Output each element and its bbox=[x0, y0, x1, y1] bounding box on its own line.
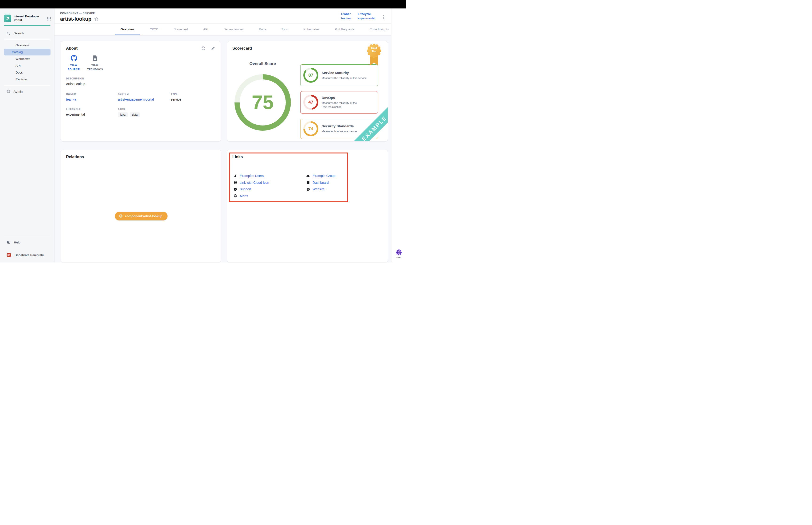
nav-separator bbox=[4, 85, 50, 86]
globe-icon bbox=[306, 188, 310, 191]
tags-about-field: TAGS java data bbox=[118, 108, 171, 117]
links-card: Links Examples Users bbox=[227, 150, 388, 262]
view-source-label-line1: VIEW bbox=[66, 63, 81, 67]
help-chat-icon: ? bbox=[6, 240, 11, 244]
svg-text:?: ? bbox=[234, 188, 236, 190]
kebab-menu-icon[interactable] bbox=[382, 14, 385, 21]
tab-code-insights[interactable]: Code Insights bbox=[364, 24, 395, 35]
system-field-value[interactable]: artist-engagement-portal bbox=[118, 97, 171, 101]
link-link-with-cloud-icon[interactable]: Link with Cloud Icon bbox=[233, 179, 269, 186]
owner-label: Owner bbox=[341, 12, 351, 16]
sidebar-item-help[interactable]: ? Help bbox=[4, 240, 50, 245]
tab-kubernetes[interactable]: Kubernetes bbox=[298, 24, 325, 35]
sidebar-item-workflows[interactable]: Workflows bbox=[4, 56, 50, 62]
brand-divider bbox=[4, 25, 50, 26]
description-value: Artist Lookup bbox=[66, 82, 216, 86]
tab-dependencies[interactable]: Dependencies bbox=[218, 24, 249, 35]
metric-card-devops[interactable]: 47 DevOps Measures the reliability of th… bbox=[300, 91, 378, 114]
description-label: DESCRIPTION bbox=[66, 77, 216, 80]
metric-card-service-maturity[interactable]: 87 Service Maturity Measures the reliabi… bbox=[300, 64, 378, 86]
sidebar-search[interactable]: Search bbox=[4, 30, 50, 36]
help-circle-icon: ? bbox=[233, 188, 237, 191]
system-field-label: SYSTEM bbox=[118, 93, 171, 95]
favorite-star-icon[interactable] bbox=[94, 17, 98, 21]
page-title: artist-lookup bbox=[60, 16, 91, 22]
system-about-field: SYSTEM artist-engagement-portal bbox=[118, 93, 171, 101]
help-label: Help bbox=[14, 241, 20, 244]
metric-name: DevOps bbox=[322, 96, 357, 100]
tab-scorecard[interactable]: Scorecard bbox=[168, 24, 194, 35]
security-standards-ring: 74 bbox=[303, 121, 318, 136]
sidebar-search-label: Search bbox=[14, 31, 24, 35]
link-website[interactable]: Website bbox=[306, 186, 335, 193]
gold-tier-badge: Gold Tier bbox=[367, 44, 381, 58]
link-examples-users[interactable]: Examples Users bbox=[233, 172, 269, 179]
aida-flower-icon bbox=[396, 249, 402, 255]
edit-pencil-icon[interactable] bbox=[211, 46, 215, 50]
dashboard-icon bbox=[306, 181, 310, 184]
search-icon bbox=[6, 31, 10, 35]
sidebar: Internal Developer Portal Search Overvie… bbox=[0, 9, 55, 262]
owner-field-value[interactable]: team-a bbox=[66, 97, 118, 101]
document-icon bbox=[92, 55, 98, 61]
tag-chip[interactable]: data bbox=[130, 112, 140, 117]
tab-bar: Overview CI/CD Scorecard API Dependencie… bbox=[55, 24, 391, 35]
github-icon bbox=[71, 55, 77, 61]
user-menu[interactable]: DP Debabrata Panigrahi bbox=[4, 252, 50, 258]
page-header: COMPONENT — SERVICE artist-lookup Owner … bbox=[55, 9, 391, 24]
sidebar-item-api[interactable]: API bbox=[4, 62, 50, 69]
metric-name: Service Maturity bbox=[322, 71, 367, 75]
aida-label: AIDA bbox=[396, 256, 401, 259]
lifecycle-value: experimental bbox=[358, 16, 375, 20]
relations-title: Relations bbox=[66, 155, 216, 159]
brand: Internal Developer Portal bbox=[0, 9, 54, 22]
devops-ring: 47 bbox=[303, 95, 318, 110]
aida-widget[interactable]: AIDA bbox=[392, 249, 406, 259]
user-name: Debabrata Panigrahi bbox=[15, 253, 44, 257]
lifecycle-about-field: LIFECYCLE experimental bbox=[66, 108, 118, 117]
refresh-icon[interactable] bbox=[201, 46, 205, 50]
link-dashboard[interactable]: Dashboard bbox=[306, 179, 335, 186]
gear-icon bbox=[6, 90, 10, 93]
person-icon bbox=[233, 174, 237, 178]
people-icon bbox=[306, 174, 310, 178]
tag-chip[interactable]: java bbox=[118, 112, 128, 117]
link-example-group[interactable]: Example Group bbox=[306, 172, 335, 179]
view-techdocs-button[interactable]: VIEW TECHDOCS bbox=[87, 55, 103, 72]
view-techdocs-label-line1: VIEW bbox=[87, 63, 103, 67]
view-source-label-line2: SOURCE bbox=[66, 67, 81, 72]
relation-node-component[interactable]: component:artist-lookup bbox=[115, 212, 168, 221]
overall-score-value: 75 bbox=[234, 74, 291, 131]
right-rail: AIDA bbox=[391, 9, 406, 262]
app-grid-icon[interactable] bbox=[47, 17, 51, 21]
globe-icon bbox=[233, 194, 237, 198]
top-black-bar bbox=[0, 0, 406, 9]
tab-pull-requests[interactable]: Pull Requests bbox=[329, 24, 360, 35]
link-alerts[interactable]: Alerts bbox=[233, 193, 269, 199]
sidebar-item-overview[interactable]: Overview bbox=[4, 42, 50, 49]
svg-text:?: ? bbox=[7, 241, 9, 243]
type-field-label: TYPE bbox=[171, 93, 216, 95]
tab-api[interactable]: API bbox=[198, 24, 214, 35]
metric-description: Measures the reliability of the DevOps p… bbox=[322, 101, 357, 109]
sidebar-item-docs[interactable]: Docs bbox=[4, 69, 50, 76]
service-maturity-ring: 87 bbox=[303, 68, 318, 83]
tab-overview[interactable]: Overview bbox=[115, 24, 140, 35]
owner-about-field: OWNER team-a bbox=[66, 93, 118, 101]
link-support[interactable]: ? Support bbox=[233, 186, 269, 193]
owner-value[interactable]: team-a bbox=[341, 16, 351, 20]
metric-description: Measures how secure the ser bbox=[322, 130, 357, 134]
gold-badge-line1: Gold bbox=[367, 46, 381, 50]
owner-field: Owner team-a bbox=[341, 12, 351, 20]
tags-field-label: TAGS bbox=[118, 108, 171, 110]
tab-cicd[interactable]: CI/CD bbox=[144, 24, 164, 35]
lifecycle-field-label: LIFECYCLE bbox=[66, 108, 118, 110]
view-source-button[interactable]: VIEW SOURCE bbox=[66, 55, 81, 72]
sidebar-item-admin[interactable]: Admin bbox=[4, 88, 50, 95]
tab-todo[interactable]: Todo bbox=[276, 24, 294, 35]
sidebar-item-catalog[interactable]: Catalog bbox=[4, 49, 50, 56]
tab-docs[interactable]: Docs bbox=[253, 24, 272, 35]
cpu-chip-icon bbox=[119, 214, 123, 218]
overall-score-donut: 75 bbox=[234, 74, 291, 131]
sidebar-item-register[interactable]: Register bbox=[4, 76, 50, 83]
